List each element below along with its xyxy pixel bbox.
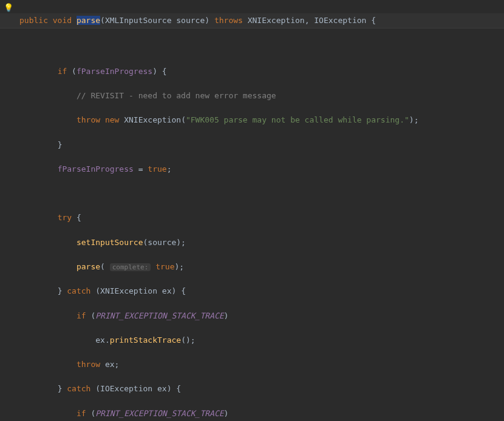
code-line[interactable]: } catch (XNIException ex) { [19, 285, 504, 297]
code-line[interactable]: if (PRINT_EXCEPTION_STACK_TRACE) [19, 408, 504, 420]
intention-bulb-icon[interactable]: 💡 [4, 2, 13, 14]
code-line[interactable]: ex.printStackTrace(); [19, 334, 504, 346]
open-brace: { [366, 16, 376, 25]
code-area[interactable]: public void parse(XMLInputSource source)… [17, 0, 504, 421]
code-line[interactable]: throw ex; [19, 359, 504, 371]
code-line[interactable]: parse( complete: true); [19, 261, 504, 273]
code-line[interactable]: } catch (IOException ex) { [19, 383, 504, 395]
code-line[interactable]: setInputSource(source); [19, 237, 504, 249]
code-line[interactable]: // REVISIT - need to add new error messa… [19, 90, 504, 102]
param-name: source [176, 16, 205, 25]
throws-type-1: XNIException [248, 16, 305, 25]
code-line[interactable]: if (PRINT_EXCEPTION_STACK_TRACE) [19, 310, 504, 322]
code-line[interactable]: fParseInProgress = true; [19, 163, 504, 175]
code-editor[interactable]: 💡 public void parse(XMLInputSource sourc… [0, 0, 504, 421]
code-line[interactable]: throw new XNIException("FWK005 parse may… [19, 114, 504, 126]
code-line[interactable]: try { [19, 212, 504, 224]
blank-line [19, 41, 504, 53]
constant-ref: PRINT_EXCEPTION_STACK_TRACE [95, 311, 223, 320]
modifiers: public void [19, 16, 72, 25]
method-name[interactable]: parse [77, 16, 100, 25]
throws-keyword: throws [214, 16, 243, 25]
blank-line [19, 187, 504, 200]
code-line[interactable]: } [19, 139, 504, 151]
param-type: XMLInputSource [105, 16, 172, 25]
gutter: 💡 [0, 0, 17, 421]
string-literal: "FWK005 parse may not be called while pa… [186, 115, 409, 124]
field-ref: fParseInProgress [77, 67, 152, 76]
method-signature-line[interactable]: public void parse(XMLInputSource source)… [0, 13, 504, 29]
inline-param-hint: complete: [110, 263, 151, 271]
throws-type-2: IOException [314, 16, 366, 25]
code-line[interactable]: if (fParseInProgress) { [19, 66, 504, 78]
comment: // REVISIT - need to add new error messa… [77, 91, 276, 100]
